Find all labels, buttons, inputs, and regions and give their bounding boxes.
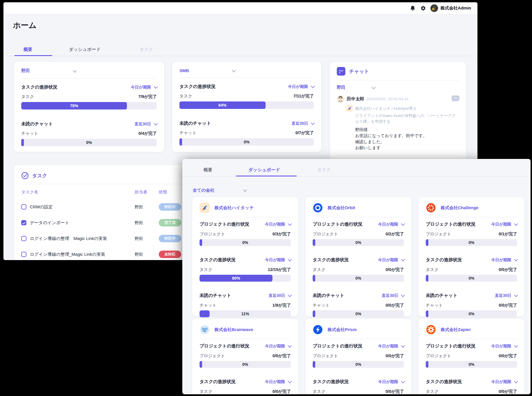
orbit-logo-icon: [313, 203, 323, 213]
tab-dashboard[interactable]: ダッシュボード: [69, 47, 101, 53]
chevron-down-icon: [232, 68, 236, 72]
metric-filter-select[interactable]: 今日が期限: [265, 379, 291, 385]
metric-section: タスクの進捗状況今日が期限タスク0/0が完了0%: [313, 379, 404, 394]
metric-title: タスクの進捗状況: [426, 379, 462, 385]
project-description: クライアントのSales Hubの有料版への「パートナーアクセス権」を申請する: [355, 113, 459, 124]
task-checkbox[interactable]: [21, 204, 26, 209]
metric-value: 0/0が完了: [386, 389, 404, 394]
metric-filter-select[interactable]: 今日が期限: [491, 222, 517, 227]
chat-filter-value: 野田: [337, 85, 345, 90]
metric-title: プロジェクトの進行状況: [426, 343, 475, 349]
chevron-down-icon: [401, 257, 405, 261]
metric-filter-select[interactable]: 直近30日: [495, 293, 517, 298]
chevron-down-icon: [288, 257, 292, 261]
progress-percent-label: 64%: [179, 101, 266, 109]
metric-filter-select[interactable]: 今日が期限: [378, 257, 404, 263]
progress-bar: 0%: [179, 138, 314, 146]
metric-title: タスクの進捗状況: [313, 257, 349, 263]
progress-bar: 78%: [21, 102, 157, 109]
metric-value: 0/7が完了: [295, 130, 314, 136]
metric-value: 0/0が完了: [386, 267, 404, 272]
metric-title: プロジェクトの進行状況: [200, 343, 249, 349]
status-badge: 対応中: [159, 203, 181, 211]
metric-filter-select[interactable]: 今日が期限: [265, 257, 291, 263]
metric-title: 未読のチャット: [426, 293, 457, 299]
metric-section: プロジェクトの進行状況今日が期限プロジェクト0/0が完了0%: [313, 343, 404, 368]
metric-value: 0/0が完了: [386, 303, 404, 308]
metric-filter-select[interactable]: 直近30日: [268, 293, 291, 298]
column-task-name: タスク名: [21, 189, 135, 195]
tab-tasks[interactable]: タスク: [140, 47, 153, 53]
progress-bar: 0%: [313, 275, 404, 282]
company-name[interactable]: 株式会社ハイタッチ: [214, 205, 254, 211]
company-name[interactable]: 株式会社Orbit: [328, 205, 355, 211]
tab-tasks[interactable]: タスク: [317, 167, 331, 173]
chevron-down-icon: [401, 343, 405, 347]
task-checkbox[interactable]: [21, 236, 26, 241]
metric-section: 未読のチャット直近30日チャット0/0が完了0%: [313, 293, 404, 317]
chat-filter-select[interactable]: 野田: [337, 85, 459, 90]
task-checkbox[interactable]: [21, 252, 26, 257]
metric-filter-select[interactable]: 今日が期限: [265, 222, 291, 227]
chevron-down-icon: [288, 222, 292, 226]
metric-filter-select[interactable]: 直近30日: [134, 122, 157, 127]
metric-filter-select[interactable]: 今日が期限: [378, 222, 404, 227]
settings-gear-icon[interactable]: [420, 5, 426, 11]
metric-title: タスクの進捗状況: [426, 257, 462, 263]
company-card: 株式会社Prismプロジェクトの進行状況今日が期限プロジェクト0/0が完了0%タ…: [305, 318, 412, 394]
metric-filter-select[interactable]: 今日が期限: [491, 344, 517, 349]
active-tab-underline: [14, 55, 52, 56]
assignee-select[interactable]: 野田: [21, 68, 157, 74]
company-name[interactable]: 株式会社Zapier: [441, 327, 471, 332]
message-timestamp: 2025/03/31, 00:42:04.41: [367, 97, 409, 101]
metric-label: タスク: [313, 267, 326, 272]
account-menu[interactable]: 株式会社Admin: [430, 4, 471, 12]
dashboard-window: 概要 ダッシュボード タスク 全ての会社 株式会社ハイタッチプロジェクトの進行状…: [182, 159, 531, 394]
metric-value: 7/9が完了: [138, 94, 157, 99]
metric-filter-select[interactable]: 今日が期限: [131, 85, 157, 90]
metric-title: プロジェクトの進行状況: [426, 221, 475, 227]
progress-bar: 0%: [313, 310, 404, 317]
metric-filter-select[interactable]: 今日が期限: [288, 84, 314, 89]
task-checkbox-checked[interactable]: [21, 220, 26, 225]
chevron-down-icon: [514, 343, 518, 347]
status-badge: 対応中: [159, 235, 181, 242]
chevron-down-icon: [288, 379, 292, 383]
tab-overview[interactable]: 概要: [24, 47, 32, 53]
company-name[interactable]: 株式会社Prism: [328, 327, 357, 332]
company-name[interactable]: 株式会社Challenge: [441, 205, 479, 211]
tab-overview[interactable]: 概要: [204, 167, 212, 173]
metric-value: 7/11が完了: [293, 93, 314, 99]
progress-bar: 0%: [426, 310, 517, 317]
metric-value: 0/0が完了: [272, 353, 291, 359]
tab-dashboard[interactable]: ダッシュボード: [248, 167, 280, 173]
metric-label: プロジェクト: [426, 231, 451, 237]
metric-section: プロジェクトの進行状況今日が期限プロジェクト0/0が完了0%: [200, 343, 291, 368]
metric-filter-select[interactable]: 今日が期限: [378, 379, 404, 385]
status-badge: 未対応: [159, 251, 181, 258]
metric-filter-select[interactable]: 直近30日: [382, 293, 404, 298]
task-name: データのインポート: [30, 220, 69, 226]
chat-bubble-icon: [337, 67, 345, 76]
metric-label: プロジェクト: [200, 353, 225, 359]
team-select[interactable]: SMB: [179, 68, 314, 73]
company-name[interactable]: 株式会社Brainwave: [214, 327, 253, 332]
message-menu-icon[interactable]: [452, 95, 459, 101]
status-badge: 完了済: [159, 219, 181, 226]
metric-title: タスクの進捗状況: [200, 257, 235, 263]
notification-bell-icon[interactable]: [410, 5, 416, 11]
company-filter-value: 全ての会社: [193, 188, 214, 193]
metric-section: プロジェクトの進行状況今日が期限プロジェクト0/1が完了0%: [426, 221, 517, 246]
metric-section: プロジェクトの進行状況今日が期限プロジェクト0/3が完了0%: [200, 221, 291, 246]
message-project-link[interactable]: 株式会社ハイタッチ / HubSpot導入: [347, 105, 459, 112]
chevron-down-icon: [401, 222, 405, 226]
metric-filter-select[interactable]: 今日が期限: [491, 257, 517, 263]
metric-section: 未読のチャット直近30日チャット0/7が完了0%: [179, 120, 314, 146]
chevron-down-icon: [372, 85, 376, 89]
metric-filter-select[interactable]: 今日が期限: [378, 344, 404, 349]
metric-filter-select[interactable]: 直近30日: [291, 121, 314, 126]
metric-filter-select[interactable]: 今日が期限: [265, 344, 291, 349]
company-filter-select[interactable]: 全ての会社: [193, 188, 246, 193]
zapier-logo-icon: [426, 324, 436, 335]
metric-filter-select[interactable]: 今日が期限: [491, 379, 517, 385]
